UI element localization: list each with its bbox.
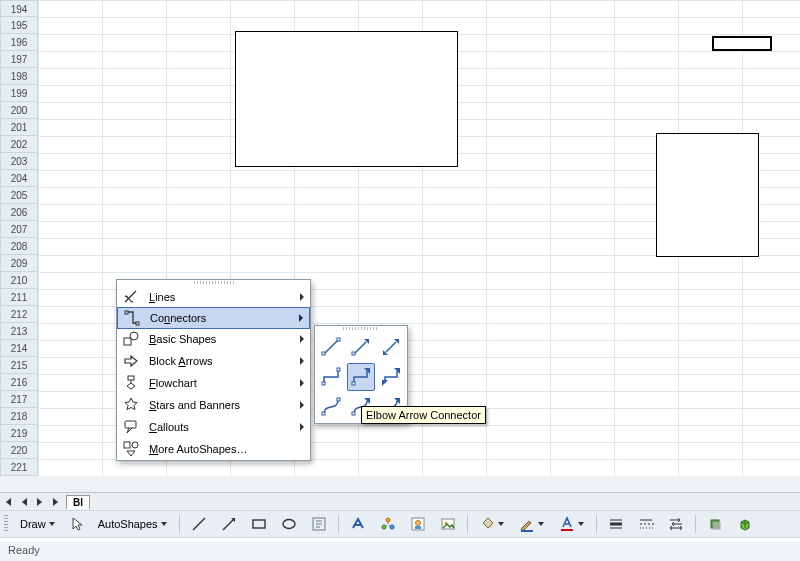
row-header[interactable]: 198 (0, 68, 38, 85)
line-style-button[interactable] (602, 513, 630, 535)
svg-rect-27 (337, 338, 340, 341)
row-header[interactable]: 196 (0, 34, 38, 51)
menu-item-more-autoshapes[interactable]: More AutoShapes… (117, 438, 310, 460)
arrow-style-button[interactable] (662, 513, 690, 535)
row-header[interactable]: 215 (0, 357, 38, 374)
row-header[interactable]: 204 (0, 170, 38, 187)
wordart-button[interactable] (344, 513, 372, 535)
dash-style-button[interactable] (632, 513, 660, 535)
row-header[interactable]: 194 (0, 0, 38, 17)
straight-double-arrow-connector[interactable] (377, 333, 405, 361)
shadow-style-button[interactable] (701, 513, 729, 535)
rectangle-tool-button[interactable] (245, 513, 273, 535)
menu-item-stars-banners[interactable]: Stars and Banners (117, 394, 310, 416)
line-color-button[interactable] (513, 513, 551, 535)
straight-arrow-connector[interactable] (347, 333, 375, 361)
arrow-tool-button[interactable] (215, 513, 243, 535)
select-objects-button[interactable] (64, 513, 90, 535)
svg-rect-29 (352, 352, 355, 355)
svg-rect-22 (125, 421, 136, 428)
row-header[interactable]: 195 (0, 17, 38, 34)
row-header[interactable]: 219 (0, 425, 38, 442)
straight-connector[interactable] (317, 333, 345, 361)
picture-icon (440, 516, 456, 532)
row-header[interactable]: 208 (0, 238, 38, 255)
row-header[interactable]: 210 (0, 272, 38, 289)
rectangle-shape[interactable] (656, 133, 759, 257)
connector-icon (319, 395, 343, 419)
menu-item-label: Connectors (146, 312, 299, 324)
menu-item-lines[interactable]: Lines (117, 286, 310, 308)
curved-connector[interactable] (317, 393, 345, 421)
elbow-arrow-connector[interactable] (347, 363, 375, 391)
row-header[interactable]: 201 (0, 119, 38, 136)
row-header[interactable]: 216 (0, 374, 38, 391)
menu-item-callouts[interactable]: Callouts (117, 416, 310, 438)
textbox-tool-button[interactable] (305, 513, 333, 535)
active-cell[interactable] (712, 36, 772, 51)
row-header[interactable]: 197 (0, 51, 38, 68)
more-shapes-icon (122, 440, 140, 458)
menu-item-connectors[interactable]: Connectors (117, 307, 310, 329)
menu-item-basic-shapes[interactable]: Basic Shapes (117, 328, 310, 350)
textbox-icon (311, 516, 327, 532)
row-header[interactable]: 221 (0, 459, 38, 476)
row-header[interactable]: 220 (0, 442, 38, 459)
font-color-button[interactable] (553, 513, 591, 535)
connectors-icon (123, 309, 141, 327)
tooltip: Elbow Arrow Connector (361, 406, 486, 424)
menu-item-label: Basic Shapes (145, 333, 300, 345)
autoshapes-menu-button[interactable]: AutoShapes (92, 513, 174, 535)
menu-item-flowchart[interactable]: Flowchart (117, 372, 310, 394)
autoshapes-menu-label: AutoShapes (98, 518, 158, 530)
brush-icon (519, 516, 535, 532)
toolbar-separator (695, 515, 696, 533)
clipart-icon (410, 516, 426, 532)
row-header[interactable]: 214 (0, 340, 38, 357)
row-header[interactable]: 207 (0, 221, 38, 238)
row-header[interactable]: 217 (0, 391, 38, 408)
toolbar-grip[interactable] (4, 515, 8, 533)
wordart-icon (350, 516, 366, 532)
draw-menu-label: Draw (20, 518, 46, 530)
row-header[interactable]: 218 (0, 408, 38, 425)
diagram-button[interactable] (374, 513, 402, 535)
draw-menu-button[interactable]: Draw (14, 513, 62, 535)
row-header[interactable]: 213 (0, 323, 38, 340)
menu-item-label: More AutoShapes… (145, 443, 304, 455)
row-header[interactable]: 212 (0, 306, 38, 323)
tab-nav-last[interactable] (48, 494, 64, 510)
3d-style-button[interactable] (731, 513, 759, 535)
fill-color-button[interactable] (473, 513, 511, 535)
row-header[interactable]: 203 (0, 153, 38, 170)
callouts-icon (122, 418, 140, 436)
row-header[interactable]: 211 (0, 289, 38, 306)
row-header[interactable]: 205 (0, 187, 38, 204)
elbow-connector[interactable] (317, 363, 345, 391)
row-header[interactable]: 199 (0, 85, 38, 102)
insert-picture-button[interactable] (434, 513, 462, 535)
menu-grip[interactable] (343, 327, 379, 330)
toolbar-separator (596, 515, 597, 533)
row-header[interactable]: 209 (0, 255, 38, 272)
status-bar: Ready (0, 541, 800, 561)
connector-icon (319, 365, 343, 389)
tab-nav-next[interactable] (32, 494, 48, 510)
submenu-arrow-icon (300, 401, 304, 409)
clipart-button[interactable] (404, 513, 432, 535)
elbow-double-arrow-connector[interactable] (377, 363, 405, 391)
rectangle-shape[interactable] (235, 31, 458, 167)
svg-rect-33 (352, 382, 355, 385)
line-tool-button[interactable] (185, 513, 213, 535)
menu-item-label: Block Arrows (145, 355, 300, 367)
svg-line-28 (354, 342, 366, 354)
row-header[interactable]: 206 (0, 204, 38, 221)
menu-item-block-arrows[interactable]: Block Arrows (117, 350, 310, 372)
oval-tool-button[interactable] (275, 513, 303, 535)
row-header[interactable]: 202 (0, 136, 38, 153)
menu-grip[interactable] (194, 281, 234, 284)
tab-nav-prev[interactable] (16, 494, 32, 510)
row-header[interactable]: 200 (0, 102, 38, 119)
sheet-tab-active[interactable]: Bl (66, 495, 90, 509)
tab-nav-first[interactable] (0, 494, 16, 510)
